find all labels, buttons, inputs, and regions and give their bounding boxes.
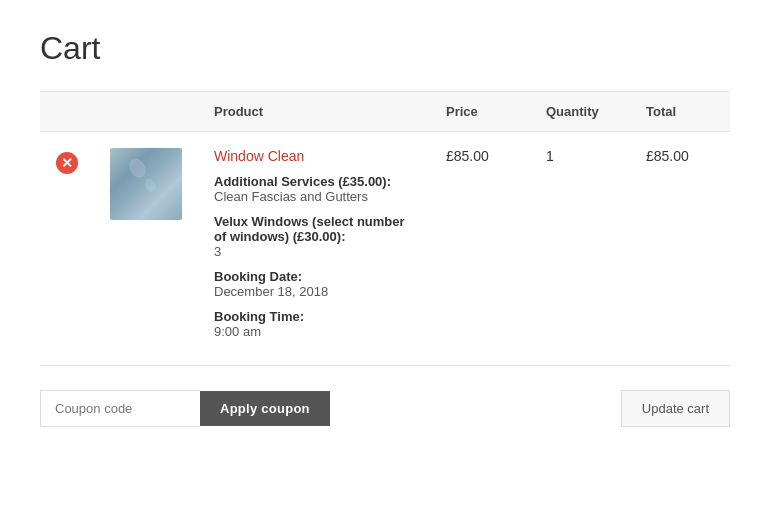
product-quantity: 1 xyxy=(530,132,630,366)
remove-header xyxy=(40,92,94,132)
detail-value: Clean Fascias and Gutters xyxy=(214,189,414,204)
apply-coupon-button[interactable]: Apply coupon xyxy=(200,391,330,426)
detail-label: Additional Services (£35.00): xyxy=(214,174,414,189)
product-detail: Booking Date:December 18, 2018 xyxy=(214,269,414,299)
detail-value: 9:00 am xyxy=(214,324,414,339)
product-detail: Velux Windows (select number of windows)… xyxy=(214,214,414,259)
update-cart-button[interactable]: Update cart xyxy=(621,390,730,427)
detail-label: Booking Time: xyxy=(214,309,414,324)
product-details-cell: Window CleanAdditional Services (£35.00)… xyxy=(198,132,430,366)
remove-button[interactable]: ✕ xyxy=(56,152,78,174)
remove-cell: ✕ xyxy=(40,132,94,366)
product-name: Window Clean xyxy=(214,148,414,164)
product-total: £85.00 xyxy=(630,132,730,366)
coupon-row: Apply coupon Update cart xyxy=(40,390,730,427)
cart-table: Product Price Quantity Total ✕Window Cle… xyxy=(40,91,730,366)
product-image xyxy=(110,148,182,220)
product-header: Product xyxy=(198,92,430,132)
table-row: ✕Window CleanAdditional Services (£35.00… xyxy=(40,132,730,366)
coupon-input[interactable] xyxy=(40,390,200,427)
total-header: Total xyxy=(630,92,730,132)
detail-value: 3 xyxy=(214,244,414,259)
price-header: Price xyxy=(430,92,530,132)
detail-label: Booking Date: xyxy=(214,269,414,284)
product-detail: Booking Time:9:00 am xyxy=(214,309,414,339)
detail-value: December 18, 2018 xyxy=(214,284,414,299)
product-detail: Additional Services (£35.00):Clean Fasci… xyxy=(214,174,414,204)
coupon-left: Apply coupon xyxy=(40,390,330,427)
product-price: £85.00 xyxy=(430,132,530,366)
product-image-cell xyxy=(94,132,198,366)
quantity-header: Quantity xyxy=(530,92,630,132)
image-header xyxy=(94,92,198,132)
detail-label: Velux Windows (select number of windows)… xyxy=(214,214,414,244)
page-title: Cart xyxy=(40,30,730,67)
